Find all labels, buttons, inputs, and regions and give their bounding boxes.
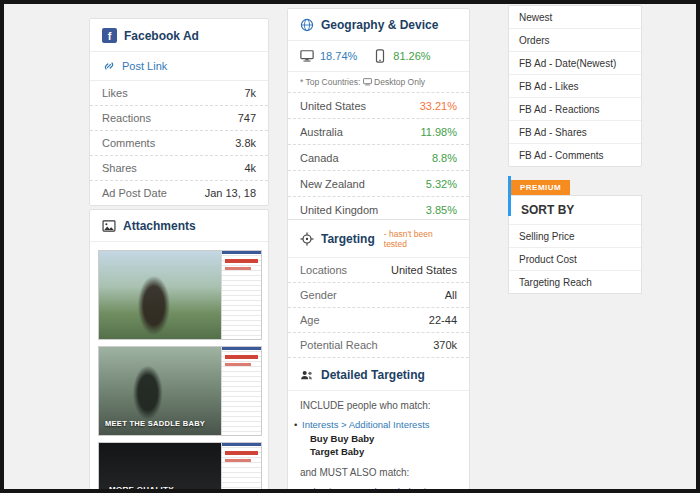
sort-item-targeting-reach[interactable]: Targeting Reach [509,271,641,293]
link-icon [102,59,116,73]
attachment-screenshot [221,347,261,435]
stat-value: 747 [238,112,256,124]
country-row-us: United States 33.21% [288,93,469,119]
target-icon [300,232,314,246]
note-text-2: Desktop Only [374,77,425,87]
post-link-label: Post Link [122,60,167,72]
attachment-thumbnail-2[interactable]: MEET THE SADDLE BABY [98,346,262,436]
stat-row-likes: Likes 7k [90,81,268,106]
stat-label: Comments [102,137,155,149]
country-percentage: 11.98% [421,126,458,138]
attachment-screenshot [221,443,261,493]
country-percentage: 33.21% [420,100,457,112]
geography-header: Geography & Device [288,9,469,41]
image-icon [102,219,116,233]
desktop-percentage: 18.74% [320,50,357,62]
facebook-icon: f [102,28,117,43]
targeting-row-locations: Locations United States [288,258,469,283]
sort-by-title: SORT BY [509,196,641,225]
stat-value: 3.8k [235,137,256,149]
country-percentage: 8.8% [432,152,457,164]
stat-label: Locations [300,264,347,276]
stat-value: 4k [244,162,256,174]
sort-item-fb-ad-shares[interactable]: FB Ad - Shares [509,121,641,144]
targeting-card: Targeting - hasn't been tested Locations… [287,219,470,493]
mobile-percentage: 81.26% [393,50,430,62]
geography-title: Geography & Device [321,18,438,32]
stat-value: 370k [433,339,457,351]
targeting-subtitle: - hasn't been tested [384,229,457,249]
attachment-photo [99,251,221,339]
targeting-row-age: Age 22-44 [288,308,469,333]
sort-item-orders[interactable]: Orders [509,29,641,52]
attachment-caption: MORE QUALITY [109,485,174,493]
stat-row-comments: Comments 3.8k [90,131,268,156]
premium-sort-card: PREMIUM SORT BY Selling Price Product Co… [508,176,642,294]
globe-icon [300,18,314,32]
desktop-mini-icon [363,78,372,86]
targeting-row-gender: Gender All [288,283,469,308]
sort-item-newest[interactable]: Newest [509,6,641,29]
attachments-card: Attachments MEET THE SADDLE BABY MORE QU… [89,209,269,493]
sort-item-product-cost[interactable]: Product Cost [509,248,641,271]
stat-label: Age [300,314,320,326]
targeting-row-potential-reach: Potential Reach 370k [288,333,469,358]
geography-device-card: Geography & Device 18.74% 81.26% * Top C… [287,8,470,223]
note-text: * Top Countries: [300,77,360,87]
facebook-ad-header: f Facebook Ad [90,19,268,52]
stat-value: 7k [244,87,256,99]
country-percentage: 3.85% [426,204,457,216]
sort-item-fb-ad-likes[interactable]: FB Ad - Likes [509,75,641,98]
attachment-photo: MORE QUALITY [99,443,221,493]
behaviors-link[interactable]: Behaviors > Purchase behavior > Food and… [302,486,442,493]
detailed-targeting-header: Detailed Targeting [288,358,469,391]
attachment-photo: MEET THE SADDLE BABY [99,347,221,435]
country-row-australia: Australia 11.98% [288,119,469,145]
country-name: Canada [300,152,339,164]
interest-item-target-baby: Target Baby [288,445,469,458]
country-row-canada: Canada 8.8% [288,145,469,171]
interests-link[interactable]: Interests > Additional Interests [302,419,430,430]
stat-row-shares: Shares 4k [90,156,268,181]
stat-row-reactions: Reactions 747 [90,106,268,131]
stat-label: Potential Reach [300,339,378,351]
country-percentage: 5.32% [426,178,457,190]
mobile-icon [373,49,387,63]
country-name: United States [300,100,366,112]
include-text: INCLUDE people who match: [288,391,469,415]
attachments-header: Attachments [90,210,268,242]
post-link[interactable]: Post Link [90,52,268,81]
facebook-ad-card: f Facebook Ad Post Link Likes 7k Reactio… [89,18,269,206]
interests-bullet: Interests > Additional Interests [288,415,469,432]
stat-value: All [445,289,457,301]
sort-item-selling-price[interactable]: Selling Price [509,225,641,248]
sort-item-fb-ad-reactions[interactable]: FB Ad - Reactions [509,98,641,121]
country-name: Australia [300,126,343,138]
stat-value: Jan 13, 18 [205,187,256,199]
country-row-new-zealand: New Zealand 5.32% [288,171,469,197]
users-icon [300,368,314,382]
stat-label: Shares [102,162,137,174]
desktop-icon [300,49,314,63]
detailed-targeting-title: Detailed Targeting [321,368,425,382]
sort-item-fb-ad-date-newest[interactable]: FB Ad - Date(Newest) [509,52,641,75]
ad-analytics-page: f Facebook Ad Post Link Likes 7k Reactio… [0,0,700,493]
premium-badge: PREMIUM [511,180,570,195]
stat-label: Likes [102,87,128,99]
stat-label: Ad Post Date [102,187,167,199]
country-name: New Zealand [300,178,365,190]
must-also-match-text: and MUST ALSO match: [288,458,469,482]
facebook-ad-title: Facebook Ad [124,29,199,43]
sort-item-fb-ad-comments[interactable]: FB Ad - Comments [509,144,641,166]
attachment-thumbnail-3[interactable]: MORE QUALITY [98,442,262,493]
top-countries-note: * Top Countries: Desktop Only [288,72,469,93]
country-name: United Kingdom [300,204,378,216]
attachment-thumbnail-1[interactable] [98,250,262,340]
stat-label: Reactions [102,112,151,124]
attachments-list: MEET THE SADDLE BABY MORE QUALITY [90,242,268,493]
stat-row-ad-post-date: Ad Post Date Jan 13, 18 [90,181,268,205]
stat-value: United States [391,264,457,276]
attachment-screenshot [221,251,261,339]
behaviors-bullet: Behaviors > Purchase behavior > Food and… [288,482,469,493]
stat-value: 22-44 [429,314,457,326]
